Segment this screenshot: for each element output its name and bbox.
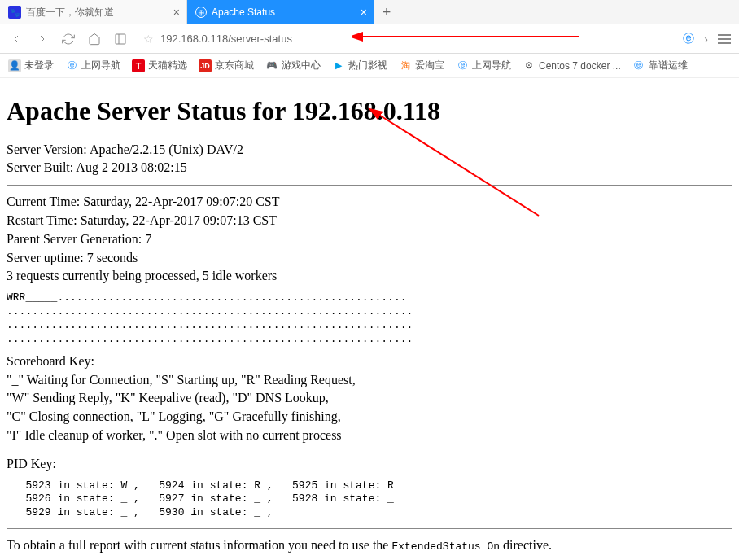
bookmark-nav1[interactable]: ⓔ上网导航 [65, 59, 120, 72]
e-icon: ⓔ [632, 59, 645, 72]
requests: 3 requests currently being processed, 5 … [7, 268, 732, 285]
scoreboard: WRR_____................................… [7, 291, 732, 347]
bookmark-games[interactable]: 🎮游戏中心 [265, 59, 321, 72]
current-time: Current Time: Saturday, 22-Apr-2017 09:0… [7, 194, 732, 211]
reload-button[interactable] [60, 31, 77, 47]
bookmark-centos[interactable]: ⚙Centos 7 docker ... [523, 59, 621, 72]
report-note: To obtain a full report with current sta… [7, 537, 732, 554]
bookmark-video[interactable]: ▶热门影视 [332, 59, 387, 72]
jd-icon: JD [199, 59, 212, 72]
e-icon: ⓔ [65, 59, 78, 72]
divider [7, 185, 732, 186]
key-line-4: "I" Idle cleanup of worker, "." Open slo… [7, 427, 732, 444]
gear-icon: ⚙ [523, 59, 536, 72]
key-line-1: "_" Waiting for Connection, "S" Starting… [7, 372, 732, 389]
svg-rect-0 [116, 34, 125, 44]
bookmark-ops[interactable]: ⓔ靠谱运维 [632, 59, 688, 72]
bookmark-login[interactable]: 👤未登录 [8, 59, 54, 72]
scoreboard-key-title: Scoreboard Key: [7, 353, 732, 370]
url-text: 192.168.0.118/server-status [160, 33, 292, 45]
gamepad-icon: 🎮 [265, 59, 278, 72]
baidu-favicon-icon: 🐾 [8, 6, 21, 19]
tab-baidu[interactable]: 🐾 百度一下，你就知道 × [0, 0, 187, 24]
taobao-icon: 淘 [399, 59, 412, 72]
bookmark-nav2[interactable]: ⓔ上网导航 [456, 59, 511, 72]
generation: Parent Server Generation: 7 [7, 231, 732, 248]
bookmark-bar: 👤未登录 ⓔ上网导航 T天猫精选 JD京东商城 🎮游戏中心 ▶热门影视 淘爱淘宝… [0, 54, 739, 78]
globe-icon: ⊕ [195, 7, 207, 18]
uptime: Server uptime: 7 seconds [7, 250, 732, 267]
tab-apache-status[interactable]: ⊕ Apache Status × [187, 0, 374, 24]
bookmark-tmall[interactable]: T天猫精选 [132, 59, 187, 72]
tmall-icon: T [132, 59, 145, 72]
pid-key-title: PID Key: [7, 456, 732, 473]
play-icon: ▶ [332, 59, 345, 72]
divider [7, 528, 732, 529]
chevron-down-icon[interactable]: › [704, 33, 708, 46]
close-icon[interactable]: × [361, 6, 367, 19]
e-icon: ⓔ [456, 59, 469, 72]
server-version: Server Version: Apache/2.2.15 (Unix) DAV… [7, 142, 732, 159]
menu-button[interactable] [718, 34, 731, 44]
home-button[interactable] [86, 31, 103, 47]
tab-title: 百度一下，你就知道 [26, 6, 114, 20]
page-title: Apache Server Status for 192.168.0.118 [7, 94, 732, 129]
forward-button[interactable] [34, 31, 50, 47]
tab-title: Apache Status [212, 7, 275, 18]
sidebar-button[interactable] [112, 31, 129, 47]
user-icon: 👤 [8, 59, 21, 72]
tab-bar: 🐾 百度一下，你就知道 × ⊕ Apache Status × + [0, 0, 739, 24]
compat-mode-icon[interactable]: ⓔ [683, 32, 694, 46]
key-line-3: "C" Closing connection, "L" Logging, "G"… [7, 409, 732, 426]
pid-list: 5923 in state: W , 5924 in state: R , 59… [7, 479, 732, 521]
key-line-2: "W" Sending Reply, "K" Keepalive (read),… [7, 390, 732, 407]
nav-bar: ☆ 192.168.0.118/server-status ⓔ › [0, 24, 739, 54]
server-built: Server Built: Aug 2 2013 08:02:15 [7, 160, 732, 177]
favorite-icon[interactable]: ☆ [143, 33, 154, 46]
bookmark-taobao[interactable]: 淘爱淘宝 [399, 59, 444, 72]
restart-time: Restart Time: Saturday, 22-Apr-2017 09:0… [7, 212, 732, 230]
address-bar[interactable]: ☆ 192.168.0.118/server-status [143, 33, 667, 46]
back-button[interactable] [8, 31, 24, 47]
close-icon[interactable]: × [173, 6, 180, 19]
new-tab-button[interactable]: + [374, 0, 399, 24]
page-content: Apache Server Status for 192.168.0.118 S… [0, 78, 739, 560]
bookmark-jd[interactable]: JD京东商城 [199, 59, 254, 72]
